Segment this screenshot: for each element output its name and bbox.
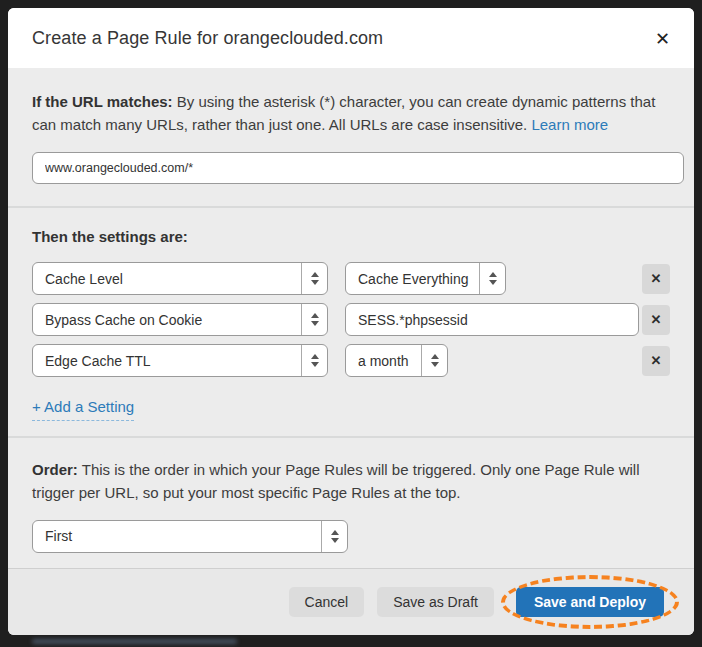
remove-setting-button[interactable]: ✕ bbox=[642, 264, 670, 294]
select-value: Bypass Cache on Cookie bbox=[33, 312, 301, 328]
url-match-lead: If the URL matches: bbox=[32, 93, 173, 110]
save-and-deploy-wrap: Save and Deploy bbox=[516, 587, 664, 617]
setting-row-edge-cache-ttl: Edge Cache TTL a month ✕ bbox=[32, 344, 670, 377]
cancel-button[interactable]: Cancel bbox=[289, 587, 365, 617]
select-stepper-icon bbox=[301, 304, 327, 335]
order-body: This is the order in which your Page Rul… bbox=[32, 461, 640, 501]
remove-setting-button[interactable]: ✕ bbox=[642, 305, 670, 335]
order-select[interactable]: First bbox=[32, 520, 348, 553]
save-as-draft-button[interactable]: Save as Draft bbox=[377, 587, 494, 617]
select-stepper-icon bbox=[301, 263, 327, 294]
select-value: a month bbox=[346, 353, 421, 369]
select-value: Cache Level bbox=[33, 271, 301, 287]
setting-select-cache-level[interactable]: Cache Level bbox=[32, 262, 328, 295]
setting-row-bypass-cache: Bypass Cache on Cookie ✕ bbox=[32, 303, 670, 336]
url-match-description: If the URL matches: By using the asteris… bbox=[32, 90, 670, 137]
select-stepper-icon bbox=[321, 521, 347, 552]
close-icon[interactable]: ✕ bbox=[655, 30, 670, 48]
value-select-ttl-duration[interactable]: a month bbox=[345, 344, 448, 377]
cookie-pattern-input[interactable] bbox=[345, 303, 639, 336]
url-match-section: If the URL matches: By using the asteris… bbox=[8, 68, 694, 206]
save-and-deploy-button[interactable]: Save and Deploy bbox=[516, 587, 664, 617]
settings-heading: Then the settings are: bbox=[32, 228, 670, 245]
learn-more-link[interactable]: Learn more bbox=[531, 116, 608, 133]
settings-rows: Cache Level Cache Everything ✕ Bypass Ca… bbox=[32, 262, 670, 377]
add-setting-link[interactable]: + Add a Setting bbox=[32, 398, 134, 421]
blurred-background-link bbox=[32, 639, 237, 644]
select-stepper-icon bbox=[301, 345, 327, 376]
order-lead: Order: bbox=[32, 461, 78, 478]
dialog-footer: Cancel Save as Draft Save and Deploy bbox=[8, 568, 694, 635]
select-stepper-icon bbox=[421, 345, 447, 376]
setting-row-cache-level: Cache Level Cache Everything ✕ bbox=[32, 262, 670, 295]
dialog-header: Create a Page Rule for orangeclouded.com… bbox=[8, 8, 694, 68]
settings-section: Then the settings are: Cache Level Cache… bbox=[8, 206, 694, 436]
create-page-rule-dialog: Create a Page Rule for orangeclouded.com… bbox=[8, 8, 694, 635]
select-value: Edge Cache TTL bbox=[33, 353, 301, 369]
url-pattern-input[interactable] bbox=[32, 152, 684, 184]
select-stepper-icon bbox=[479, 263, 505, 294]
select-value: Cache Everything bbox=[346, 271, 479, 287]
order-description: Order: This is the order in which your P… bbox=[32, 458, 670, 505]
select-value: First bbox=[33, 528, 321, 544]
order-section: Order: This is the order in which your P… bbox=[8, 436, 694, 568]
remove-setting-button[interactable]: ✕ bbox=[642, 346, 670, 376]
dialog-title: Create a Page Rule for orangeclouded.com bbox=[32, 28, 383, 49]
setting-select-bypass-cache[interactable]: Bypass Cache on Cookie bbox=[32, 303, 328, 336]
setting-select-edge-cache-ttl[interactable]: Edge Cache TTL bbox=[32, 344, 328, 377]
value-select-cache-everything[interactable]: Cache Everything bbox=[345, 262, 506, 295]
